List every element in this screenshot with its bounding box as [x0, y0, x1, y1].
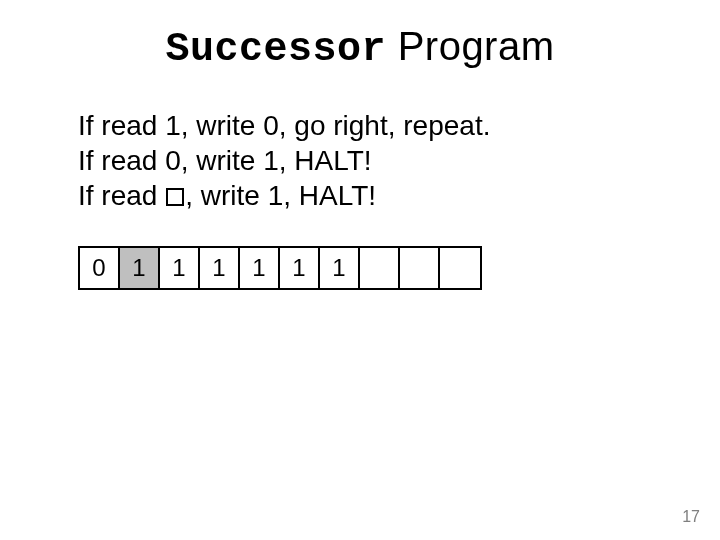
rule-line-3: If read , write 1, HALT!: [78, 178, 490, 213]
blank-symbol-icon: [166, 188, 184, 206]
tape-cell: 1: [120, 248, 160, 288]
tape-cell: 0: [80, 248, 120, 288]
slide: Successor Program If read 1, write 0, go…: [0, 0, 720, 540]
rule-line-2: If read 0, write 1, HALT!: [78, 143, 490, 178]
tape-cell: 1: [160, 248, 200, 288]
tape-cell: 1: [320, 248, 360, 288]
tape-cell: 1: [280, 248, 320, 288]
rule-line-3-pre: If read: [78, 180, 165, 211]
tape-cell: [360, 248, 400, 288]
title-rest: Program: [386, 24, 555, 68]
slide-title: Successor Program: [0, 24, 720, 72]
tape-cell: [440, 248, 480, 288]
tape-cell: [400, 248, 440, 288]
rule-line-3-post: , write 1, HALT!: [185, 180, 376, 211]
title-mono: Successor: [165, 27, 386, 72]
tape: 0111111: [78, 246, 482, 290]
page-number: 17: [682, 508, 700, 526]
tape-cell: 1: [200, 248, 240, 288]
tape-cell: 1: [240, 248, 280, 288]
rule-line-1: If read 1, write 0, go right, repeat.: [78, 108, 490, 143]
program-rules: If read 1, write 0, go right, repeat. If…: [78, 108, 490, 213]
